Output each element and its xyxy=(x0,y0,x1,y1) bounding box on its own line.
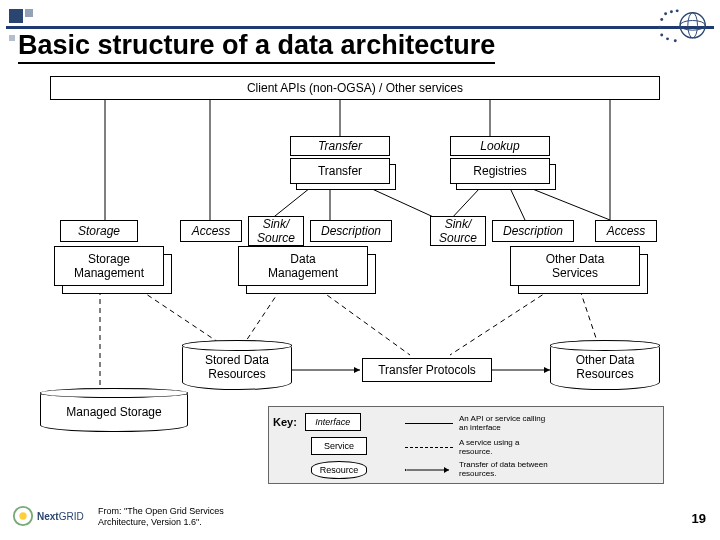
svg-point-5 xyxy=(676,9,679,12)
footer-citation: From: "The Open Grid Services Architectu… xyxy=(98,506,248,528)
legend-service-swatch: Service xyxy=(311,437,367,455)
nextgrid-logo: NextGRID xyxy=(12,502,92,530)
sink-source-interface-right: Sink/ Source xyxy=(430,216,486,246)
svg-point-0 xyxy=(680,13,705,38)
svg-line-26 xyxy=(450,290,550,355)
architecture-diagram: Client APIs (non-OGSA) / Other services … xyxy=(10,70,710,500)
page-number: 19 xyxy=(692,511,706,526)
sink-source-interface-left: Sink/ Source xyxy=(248,216,304,246)
legend-key-label: Key: xyxy=(273,416,297,428)
page-title: Basic structure of a data architecture xyxy=(18,30,495,64)
storage-management-service: Storage Management xyxy=(54,246,164,286)
managed-storage-resource: Managed Storage xyxy=(40,388,188,432)
svg-point-6 xyxy=(660,18,663,21)
description-interface-right: Description xyxy=(492,220,574,242)
legend-dashed-desc: A service using a resource. xyxy=(459,439,555,457)
svg-line-20 xyxy=(510,188,525,220)
stored-data-resources: Stored Data Resources xyxy=(182,340,292,390)
transfer-interface: Transfer xyxy=(290,136,390,156)
svg-point-4 xyxy=(670,10,673,13)
svg-point-3 xyxy=(664,12,667,15)
svg-line-25 xyxy=(320,290,410,355)
svg-point-1 xyxy=(680,20,705,30)
other-data-services: Other Data Services xyxy=(510,246,640,286)
legend-dashed-line xyxy=(405,447,453,448)
legend-arrow-icon xyxy=(405,465,453,475)
transfer-protocols-resource: Transfer Protocols xyxy=(362,358,492,382)
legend-solid-line xyxy=(405,423,453,424)
description-interface-left: Description xyxy=(310,220,392,242)
svg-point-10 xyxy=(674,39,677,42)
transfer-service: Transfer xyxy=(290,158,390,184)
svg-line-21 xyxy=(530,188,610,220)
header-rule xyxy=(6,26,714,29)
svg-point-8 xyxy=(660,34,663,37)
globe-icon xyxy=(654,6,712,46)
legend-solid-desc: An API or service calling an interface xyxy=(459,415,555,433)
storage-interface: Storage xyxy=(60,220,138,242)
legend-arrow-desc: Transfer of data between resources. xyxy=(459,461,555,479)
access-interface-right: Access xyxy=(595,220,657,242)
svg-point-33 xyxy=(19,512,26,519)
legend-resource-swatch: Resource xyxy=(311,461,367,479)
registries-service: Registries xyxy=(450,158,550,184)
svg-point-7 xyxy=(658,26,661,29)
access-interface-left: Access xyxy=(180,220,242,242)
data-management-service: Data Management xyxy=(238,246,368,286)
other-data-resources: Other Data Resources xyxy=(550,340,660,390)
lookup-interface: Lookup xyxy=(450,136,550,156)
svg-point-9 xyxy=(666,37,669,40)
client-apis-box: Client APIs (non-OGSA) / Other services xyxy=(50,76,660,100)
svg-point-2 xyxy=(688,13,698,38)
legend-interface-swatch: Interface xyxy=(305,413,361,431)
legend: Key: Interface Service Resource An API o… xyxy=(268,406,664,484)
